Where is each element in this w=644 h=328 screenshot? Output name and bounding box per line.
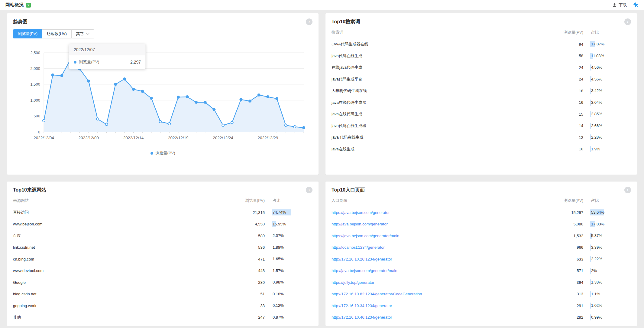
row-pct-value: 1.02%	[591, 303, 631, 309]
search-panel-title: Top10搜索词	[332, 19, 360, 25]
table-row: http://172.16.10.26:1234/generator6332.2…	[332, 253, 631, 265]
table-header: 来源网站 浏览量(PV) 占比	[13, 195, 312, 207]
entry-page-link[interactable]: http://172.16.10.26:1234/generator	[332, 257, 550, 261]
row-name: 百度	[13, 233, 231, 238]
entry-page-link[interactable]: https://java.bejson.com/generator	[332, 210, 550, 215]
entry-panel-arrow-button[interactable]: ›	[624, 187, 631, 193]
row-name: Google	[13, 280, 231, 285]
search-panel-arrow-button[interactable]: ›	[624, 18, 631, 25]
trend-chart: 05001,0001,5002,0002,5002022/12/042022/1…	[7, 39, 319, 144]
table-row: https://java.bejson.com/generator15,2975…	[332, 207, 631, 218]
pct-bar	[590, 134, 591, 140]
row-pv-value: 5,086	[550, 222, 583, 226]
pct-bar	[272, 233, 272, 239]
download-label: 下载	[619, 2, 627, 8]
trend-chart-svg: 05001,0001,5002,0002,5002022/12/042022/1…	[14, 39, 311, 142]
svg-text:1,500: 1,500	[30, 82, 40, 87]
row-pv-value: 18	[550, 89, 583, 93]
entry-page-link[interactable]: https://java.bejson.com/generator/main	[332, 234, 550, 238]
pct-bar	[590, 279, 591, 285]
table-row: https://jully.top/generator3941.38%	[332, 277, 631, 288]
entry-page-link[interactable]: http://localhost:1234/generator	[332, 245, 550, 250]
tab-uv[interactable]: 访客数(UV)	[42, 29, 72, 38]
table-row: http://localhost:1234/generator9663.39%	[332, 242, 631, 254]
row-pct-value: 53.64%	[591, 209, 631, 215]
help-icon[interactable]: ?	[26, 3, 31, 8]
table-header: 入口页面 浏览量(PV) 占比	[332, 195, 631, 207]
svg-text:2022/12/14: 2022/12/14	[123, 136, 144, 140]
row-pct-value: 17.83%	[591, 221, 631, 227]
row-name: java 代码在线生成	[332, 135, 550, 140]
entry-page-link[interactable]: http://172.16.10.82:1234/generator/CodeG…	[332, 292, 550, 296]
row-pv-value: 633	[550, 257, 583, 261]
tooltip-series-dot	[74, 61, 76, 64]
entry-page-link[interactable]: http://172.16.10.46:1234/generator	[332, 315, 550, 320]
column-header-name: 入口页面	[332, 198, 550, 203]
row-pct-value: 17.87%	[591, 41, 631, 47]
metric-tab-group: 浏览量(PV) 访客数(UV) 其它	[13, 29, 94, 38]
svg-text:1,000: 1,000	[30, 98, 40, 103]
row-name: cn.bing.com	[13, 257, 231, 261]
pin-button[interactable]	[633, 2, 639, 8]
entry-page-link[interactable]: http://java.bejson.com/generator/main	[332, 268, 550, 273]
row-pv-value: 4,550	[231, 222, 265, 226]
row-pct-value: 2.22%	[591, 256, 631, 262]
chevron-down-icon	[86, 33, 89, 35]
chart-legend-item[interactable]: 浏览量(PV)	[7, 150, 319, 156]
table-row: 其他2470.87%	[13, 312, 312, 323]
row-pv-value: 448	[231, 268, 265, 273]
table-row: JAVA代码生成器在线9417.87%	[332, 38, 631, 50]
tab-pv[interactable]: 浏览量(PV)	[13, 29, 42, 38]
row-pct-value: 2%	[591, 268, 631, 274]
svg-text:2022/12/09: 2022/12/09	[78, 136, 99, 140]
row-name: java代码在线生成	[332, 53, 550, 59]
row-pct-value: 3.42%	[591, 88, 631, 94]
trend-panel-arrow-button[interactable]: ›	[306, 18, 312, 25]
tooltip-series-value: 2,297	[130, 60, 141, 64]
table-row: link.csdn.net5361.88%	[13, 242, 312, 254]
chevron-right-icon: ›	[627, 19, 629, 24]
referrer-panel: Top10来源网站 › 来源网站 浏览量(PV) 占比 直接访问21,31574…	[7, 182, 319, 326]
table-row: 百度5892.07%	[13, 230, 312, 242]
download-button[interactable]: 下载	[612, 2, 627, 8]
row-pv-value: 1,532	[550, 234, 583, 238]
table-row: gogoing.work330.12%	[13, 300, 312, 312]
table-row: http://java.bejson.com/generator5,08617.…	[332, 218, 631, 230]
pct-bar	[272, 314, 272, 320]
column-header-pv: 浏览量(PV)	[550, 30, 583, 35]
row-pct-value: 4.56%	[591, 64, 631, 71]
topbar: 网站概况 ? 下载	[0, 0, 644, 10]
entry-page-link[interactable]: http://java.bejson.com/generator	[332, 222, 550, 226]
row-pv-value: 33	[231, 303, 265, 308]
tab-other[interactable]: 其它	[71, 29, 94, 38]
legend-label: 浏览量(PV)	[156, 150, 175, 156]
table-row: java在线代码生成器163.04%	[332, 97, 631, 109]
row-pct-value: 74.74%	[273, 209, 312, 215]
dashboard-page: 网站概况 ? 下载 趋势图 › 浏览量(PV	[0, 0, 644, 328]
row-pct-value: 0.99%	[591, 314, 631, 320]
row-pv-value: 24	[550, 77, 583, 81]
pct-bar	[590, 146, 591, 152]
row-pv-value: 12	[550, 135, 583, 140]
table-row: http://java.bejson.com/generator/main571…	[332, 265, 631, 277]
table-row: http://172.16.10.46:1234/generator2820.9…	[332, 312, 631, 323]
column-header-name: 来源网站	[13, 198, 231, 203]
referrer-panel-arrow-button[interactable]: ›	[306, 187, 312, 193]
row-pct-value: 11.03%	[591, 53, 631, 59]
column-header-pct: 占比	[591, 198, 631, 203]
svg-text:2022/12/19: 2022/12/19	[168, 136, 189, 140]
row-pv-value: 21,315	[231, 210, 265, 215]
tooltip-date: 2022/12/07	[69, 44, 145, 55]
entry-page-link[interactable]: https://jully.top/generator	[332, 280, 550, 285]
table-row: cn.bing.com4711.65%	[13, 253, 312, 265]
row-pct-value: 1.88%	[273, 244, 312, 251]
row-pct-value: 2.85%	[591, 111, 631, 117]
page-title: 网站概况	[5, 2, 24, 8]
row-name: 直接访问	[13, 210, 231, 215]
row-name: blog.csdn.net	[13, 292, 231, 296]
table-row: java代码生成平台244.56%	[332, 74, 631, 85]
row-pv-value: 51	[231, 292, 265, 296]
row-name: gogoing.work	[13, 303, 231, 308]
entry-page-link[interactable]: http://172.16.10.34:1234/generator	[332, 303, 550, 308]
row-pv-value: 313	[550, 292, 583, 296]
